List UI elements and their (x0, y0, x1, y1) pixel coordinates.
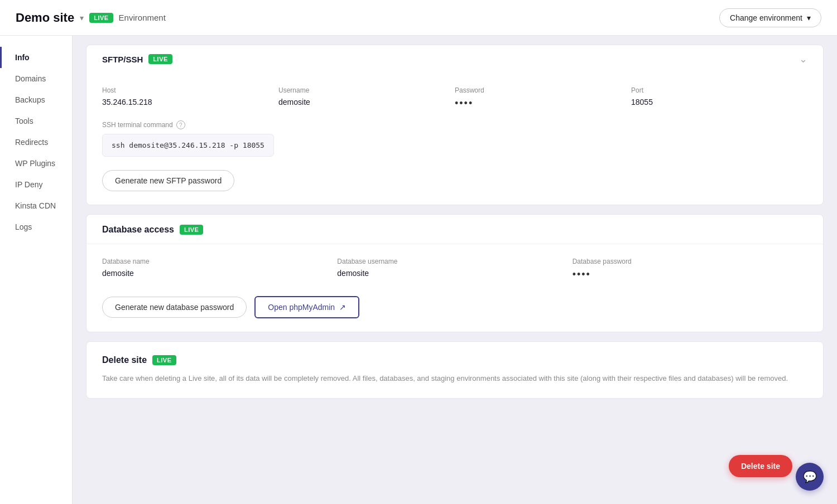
generate-db-password-button[interactable]: Generate new database password (102, 297, 247, 318)
env-label: Environment (119, 13, 166, 22)
database-title-row: Database access LIVE (102, 225, 203, 235)
sftp-password-label: Password (455, 86, 631, 94)
ssh-terminal-label: SSH terminal command ? (102, 120, 807, 129)
delete-description: Take care when deleting a Live site, all… (102, 373, 807, 385)
sftp-username-value: demosite (278, 98, 455, 106)
delete-title-row: Delete site LIVE (102, 355, 807, 365)
delete-site-button[interactable]: Delete site (729, 455, 792, 477)
db-password-group: Database password •••• (573, 258, 807, 280)
database-live-badge: LIVE (180, 225, 203, 235)
sftp-password-value: •••• (455, 98, 631, 109)
change-env-chevron-icon: ▾ (807, 13, 811, 22)
ssh-command-block: ssh demosite@35.246.15.218 -p 18055 (102, 134, 274, 157)
sftp-title: SFTP/SSH (102, 55, 143, 64)
sftp-body: Host 35.246.15.218 Username demosite Pas… (86, 73, 823, 205)
delete-site-title: Delete site (102, 355, 147, 365)
sidebar-item-ip-deny[interactable]: IP Deny (0, 174, 72, 195)
db-password-label: Database password (573, 258, 807, 265)
sftp-port-group: Port 18055 (631, 86, 807, 109)
sftp-btn-row: Generate new SFTP password (102, 170, 807, 191)
db-username-value: demosite (337, 269, 572, 278)
db-name-label: Database name (102, 258, 337, 265)
external-link-icon: ↗ (339, 303, 346, 312)
chat-fab-button[interactable]: 💬 (796, 463, 824, 491)
delete-site-card: Delete site LIVE Take care when deleting… (86, 341, 824, 399)
database-btn-row: Generate new database password Open phpM… (102, 296, 807, 318)
sftp-section-header: SFTP/SSH LIVE ⌄ (86, 45, 823, 73)
sidebar-item-info[interactable]: Info (0, 47, 72, 68)
sftp-collapse-icon[interactable]: ⌄ (799, 53, 807, 65)
sftp-fields-row: Host 35.246.15.218 Username demosite Pas… (102, 86, 807, 109)
live-badge-header: LIVE (89, 13, 113, 23)
main-layout: Info Domains Backups Tools Redirects WP … (0, 36, 837, 504)
sidebar-item-logs[interactable]: Logs (0, 216, 72, 238)
sftp-username-label: Username (278, 86, 455, 94)
open-phpmyadmin-button[interactable]: Open phpMyAdmin ↗ (254, 296, 359, 318)
main-content: SFTP/SSH LIVE ⌄ Host 35.246.15.218 Usern… (73, 36, 837, 504)
site-title: Demo site (16, 11, 74, 25)
sftp-host-value: 35.246.15.218 (102, 98, 278, 106)
db-name-group: Database name demosite (102, 258, 337, 280)
database-card: Database access LIVE Database name demos… (86, 214, 824, 332)
sftp-port-label: Port (631, 86, 807, 94)
sidebar: Info Domains Backups Tools Redirects WP … (0, 36, 73, 504)
delete-live-badge: LIVE (152, 355, 176, 365)
db-name-value: demosite (102, 269, 337, 278)
db-username-label: Database username (337, 258, 572, 265)
db-username-group: Database username demosite (337, 258, 572, 280)
ssh-info-icon[interactable]: ? (176, 120, 185, 129)
db-password-value: •••• (573, 269, 807, 280)
sidebar-item-domains[interactable]: Domains (0, 68, 72, 89)
sidebar-item-backups[interactable]: Backups (0, 89, 72, 110)
sidebar-item-tools[interactable]: Tools (0, 110, 72, 132)
change-environment-button[interactable]: Change environment ▾ (719, 8, 821, 27)
top-header: Demo site ▾ LIVE Environment Change envi… (0, 0, 837, 36)
database-title: Database access (102, 225, 174, 235)
generate-sftp-password-button[interactable]: Generate new SFTP password (102, 170, 234, 191)
sidebar-item-redirects[interactable]: Redirects (0, 132, 72, 153)
site-title-area: Demo site ▾ LIVE Environment (16, 11, 166, 25)
sftp-host-group: Host 35.246.15.218 (102, 86, 278, 109)
sftp-password-group: Password •••• (455, 86, 631, 109)
chat-icon: 💬 (803, 470, 817, 483)
sftp-title-row: SFTP/SSH LIVE (102, 54, 172, 64)
sidebar-item-wp-plugins[interactable]: WP Plugins (0, 153, 72, 174)
site-chevron-icon[interactable]: ▾ (80, 13, 84, 22)
sftp-card: SFTP/SSH LIVE ⌄ Host 35.246.15.218 Usern… (86, 45, 824, 205)
db-fields-row: Database name demosite Database username… (102, 258, 807, 280)
sftp-port-value: 18055 (631, 98, 807, 106)
sftp-host-label: Host (102, 86, 278, 94)
sidebar-item-kinsta-cdn[interactable]: Kinsta CDN (0, 195, 72, 216)
sftp-username-group: Username demosite (278, 86, 455, 109)
database-body: Database name demosite Database username… (86, 244, 823, 332)
database-section-header: Database access LIVE (86, 215, 823, 244)
sftp-live-badge: LIVE (148, 54, 172, 64)
